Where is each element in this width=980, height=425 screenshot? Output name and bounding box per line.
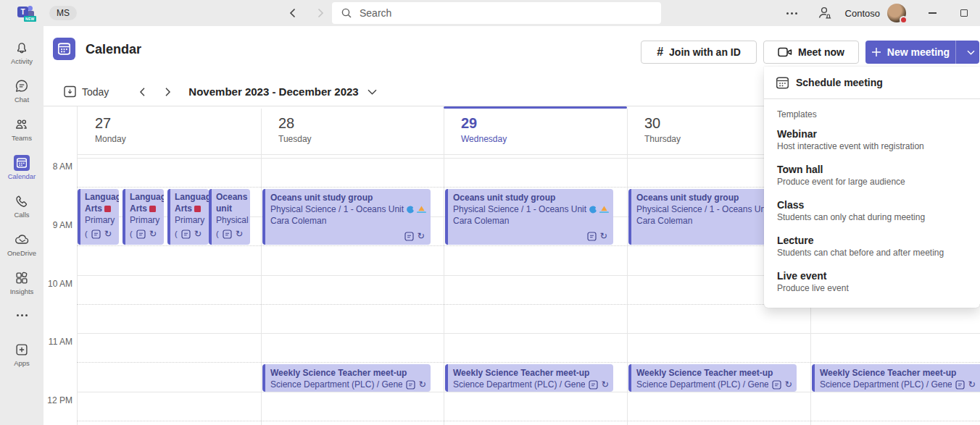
plus-icon	[871, 47, 881, 57]
people-icon	[14, 117, 30, 132]
recurring-icon: ↻	[418, 232, 425, 241]
recurring-icon: ↻	[600, 232, 607, 241]
tenant-name[interactable]: Contoso	[845, 8, 880, 19]
templates-section-label: Templates	[764, 99, 980, 128]
environment-badge: MS	[49, 6, 77, 20]
event-language-arts[interactable]: Language Arts Primary ( ↻	[167, 189, 209, 245]
event-weekly-meetup[interactable]: Weekly Science Teacher meet-up Science D…	[628, 364, 797, 392]
recurring-icon: ↻	[236, 230, 243, 239]
recurring-icon: ↻	[419, 380, 426, 390]
clock-icon: (	[175, 228, 178, 240]
insights-grid-icon	[14, 270, 30, 286]
date-range-chevron-icon[interactable]	[368, 89, 377, 95]
notes-icon	[181, 230, 191, 239]
sidebar-item-calendar[interactable]: Calendar	[1, 148, 42, 187]
notes-icon	[406, 380, 415, 390]
time-label: 9 AM	[43, 220, 72, 230]
sidebar-item-apps[interactable]: Apps	[1, 335, 42, 374]
day-header-tuesday[interactable]: 28 Tuesday	[261, 106, 444, 154]
red-square-icon	[194, 206, 201, 212]
sidebar-item-activity[interactable]: Activity	[1, 33, 42, 72]
more-apps-icon	[12, 310, 32, 321]
new-meeting-dropdown-toggle[interactable]	[962, 41, 979, 64]
recurring-icon: ↻	[149, 230, 157, 239]
page-title: Calendar	[86, 42, 141, 57]
maximize-button[interactable]	[948, 0, 980, 26]
event-weekly-meetup[interactable]: Weekly Science Teacher meet-up Science D…	[262, 364, 431, 392]
teams-logo-icon[interactable]: T NEW	[17, 4, 36, 22]
menu-item-webinar[interactable]: Webinar Host interactive event with regi…	[764, 128, 980, 164]
new-meeting-menu: Schedule meeting Templates Webinar Host …	[764, 67, 980, 308]
menu-item-town-hall[interactable]: Town hall Produce event for large audien…	[764, 164, 980, 199]
event-language-arts[interactable]: Language Arts Primary ( ↻	[78, 189, 119, 245]
minimize-icon	[929, 12, 937, 13]
search-input[interactable]	[360, 7, 635, 19]
event-oceans-study-group[interactable]: Oceans unit study group Physical Science…	[445, 189, 613, 245]
sidebar-item-calls[interactable]: Calls	[1, 187, 42, 225]
event-weekly-meetup[interactable]: Weekly Science Teacher meet-up Science D…	[812, 364, 980, 392]
forward-button[interactable]	[315, 7, 326, 19]
notes-icon	[223, 230, 232, 239]
date-range-label[interactable]: November 2023 - December 2023	[188, 85, 358, 98]
time-label: 11 AM	[43, 337, 72, 347]
event-language-arts[interactable]: Language Arts Primary ( ↻	[122, 189, 164, 245]
phone-icon	[14, 193, 30, 209]
day-header-wednesday[interactable]: 29 Wednesday	[444, 106, 627, 154]
person-alert-icon[interactable]	[816, 5, 832, 21]
new-meeting-button[interactable]: New meeting	[865, 41, 956, 64]
meet-now-button[interactable]: Meet now	[763, 41, 859, 64]
red-square-icon	[149, 206, 156, 212]
event-oceans-study-group[interactable]: Oceans unit study group Physical Science…	[262, 189, 431, 245]
search-icon	[341, 7, 352, 19]
sidebar-item-teams[interactable]: Teams	[1, 110, 42, 148]
notes-icon	[404, 232, 414, 241]
apps-plus-icon	[14, 342, 30, 358]
hash-icon: #	[657, 46, 663, 59]
avatar[interactable]	[887, 4, 906, 22]
clock-icon: (	[85, 228, 88, 240]
notes-icon	[955, 380, 965, 390]
back-button[interactable]	[287, 7, 299, 19]
menu-item-class[interactable]: Class Students can only chat during meet…	[764, 199, 980, 235]
app-rail: Activity Chat Teams Calendar Calls OneDr…	[0, 26, 43, 425]
sidebar-more-apps[interactable]	[1, 302, 42, 328]
clock-icon: (	[216, 228, 219, 240]
minimize-button[interactable]	[916, 0, 948, 26]
red-square-icon	[104, 206, 111, 212]
notes-icon	[91, 230, 101, 239]
join-with-id-button[interactable]: # Join with an ID	[641, 41, 757, 64]
next-week-button[interactable]	[162, 87, 173, 97]
sidebar-item-insights[interactable]: Insights	[1, 264, 42, 302]
new-meeting-split-button[interactable]: New meeting	[865, 41, 979, 64]
chevron-down-icon	[967, 50, 975, 55]
previous-week-button[interactable]	[138, 87, 148, 97]
menu-item-lecture[interactable]: Lecture Students can chat before and aft…	[764, 235, 980, 270]
event-oceans-unit[interactable]: Oceans unit Physical ( ↻	[209, 189, 250, 245]
day-header-monday[interactable]: 27 Monday	[78, 106, 261, 154]
title-bar: T NEW MS Contoso	[0, 0, 980, 26]
event-weekly-meetup[interactable]: Weekly Science Teacher meet-up Science D…	[445, 364, 613, 392]
sidebar-item-chat[interactable]: Chat	[1, 72, 42, 110]
calendar-icon	[14, 155, 30, 171]
chat-icon	[14, 78, 30, 94]
calendar-icon	[776, 77, 789, 89]
menu-item-schedule-meeting[interactable]: Schedule meeting	[764, 67, 980, 98]
menu-item-live-event[interactable]: Live event Produce live event	[764, 270, 980, 306]
notes-icon	[589, 380, 598, 390]
notes-icon	[587, 232, 597, 241]
recurring-icon: ↻	[194, 230, 202, 239]
recurring-icon: ↻	[785, 380, 792, 390]
search-bar[interactable]	[332, 2, 661, 24]
time-label: 8 AM	[43, 161, 72, 172]
time-label: 10 AM	[43, 279, 72, 289]
recurring-icon: ↻	[968, 380, 976, 390]
cloud-icon	[13, 232, 30, 248]
wave-icon	[589, 205, 597, 214]
today-button[interactable]: Today	[64, 85, 109, 98]
sidebar-item-onedrive[interactable]: OneDrive	[1, 225, 42, 264]
notes-icon	[772, 380, 781, 390]
more-options-icon[interactable]	[782, 8, 802, 19]
clock-icon: (	[130, 228, 133, 240]
beach-icon	[599, 205, 609, 214]
maximize-icon	[960, 9, 968, 17]
